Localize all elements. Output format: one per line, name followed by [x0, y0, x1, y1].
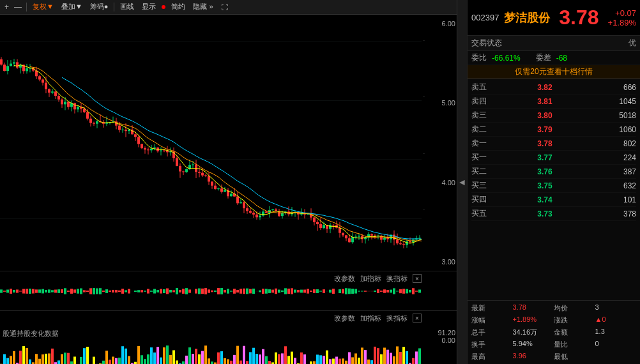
stat-zs-label: 总手	[471, 326, 513, 338]
buy4-vol: 101	[598, 195, 636, 204]
trade-status-val: 优	[629, 38, 636, 49]
toolbar-jianyue[interactable]: 简约	[168, 1, 188, 12]
toolbar-minus[interactable]: —	[12, 3, 24, 11]
toolbar: + — 复权▼ 叠加▼ 筹码● 画线 显示 简约 隐藏 » ⛶	[0, 0, 457, 15]
sell-row-4: 卖四 3.81 1045	[471, 95, 636, 109]
stat-zf-val: +1.89%	[513, 314, 554, 326]
weibiao-label: 委比	[471, 52, 487, 63]
weichao-label: 委差	[536, 52, 551, 63]
sell3-price: 3.80	[492, 111, 598, 120]
buy5-vol: 378	[598, 209, 636, 218]
bottom-panel: 股通持股变化数据 改参数 加指标 换指标 × 91.20 0.00	[0, 310, 457, 364]
stock-change: +0.07 +1.89%	[608, 8, 636, 27]
buy1-label: 买一	[471, 152, 492, 163]
toolbar-chouma[interactable]: 筹码●	[87, 1, 112, 12]
order-book: 卖五 3.82 666 卖四 3.81 1045 卖三 3.80 5018 卖二…	[468, 79, 640, 300]
bottom-panel-controls: 改参数 加指标 换指标 ×	[334, 314, 422, 323]
sell5-vol: 666	[598, 83, 636, 92]
sell3-label: 卖三	[471, 110, 492, 121]
buy4-label: 买四	[471, 194, 492, 205]
collapse-arrow[interactable]: ◄	[457, 0, 467, 364]
toolbar-fuzhi[interactable]: 复权▼	[29, 1, 57, 12]
sell5-label: 卖五	[471, 82, 492, 93]
buy-row-2: 买二 3.76 387	[471, 165, 636, 179]
buy3-price: 3.75	[492, 181, 598, 190]
sell5-price: 3.82	[492, 83, 598, 92]
divider-1	[26, 3, 27, 11]
bottom-add-indicator-btn[interactable]: 加指标	[360, 314, 381, 323]
sell4-vol: 1045	[598, 97, 636, 106]
bottom-change-indicator-btn[interactable]: 换指标	[386, 314, 408, 323]
panel-close-btn[interactable]: ×	[413, 274, 422, 283]
sell4-label: 卖四	[471, 96, 492, 107]
change-indicator-btn[interactable]: 换指标	[386, 274, 408, 284]
stat-je-val: 1.3	[595, 326, 637, 338]
sell-row-5: 卖五 3.82 666	[471, 80, 636, 95]
param-btn[interactable]: 改参数	[334, 274, 355, 284]
panel-controls: 改参数 加指标 换指标 ×	[334, 274, 422, 284]
stats-area: 最新 3.78 均价 3 涨幅 +1.89% 涨跌 ▲0 总手 34.16万 金…	[468, 300, 640, 364]
buy1-vol: 224	[598, 153, 636, 162]
toolbar-huaxian[interactable]: 画线	[117, 1, 137, 12]
buy1-price: 3.77	[492, 153, 598, 162]
price-4: 4.00	[427, 179, 455, 186]
sell2-vol: 1060	[598, 125, 636, 134]
stock-header: 002397 梦洁股份 3.78 +0.07 +1.89%	[468, 0, 640, 36]
sell3-vol: 5018	[598, 111, 636, 120]
right-panel: 002397 梦洁股份 3.78 +0.07 +1.89% 交易状态 优 委比 …	[467, 0, 640, 364]
sell1-label: 卖一	[471, 138, 492, 149]
main-chart[interactable]: 设置均线 ▼ * ** * * * **** ** * * *** * ** *…	[0, 15, 457, 271]
buy3-vol: 632	[598, 181, 636, 190]
bottom-val-1: 91.20	[438, 329, 455, 337]
toolbar-plus[interactable]: +	[3, 3, 11, 11]
stat-zf-label: 涨幅	[471, 314, 513, 326]
toolbar-fullscreen[interactable]: ⛶	[218, 3, 231, 11]
stat-zs-val: 34.16万	[513, 326, 554, 338]
stat-zg-val: 3.96	[513, 351, 554, 363]
stat-zd2-val	[595, 351, 637, 363]
stat-lb-label: 量比	[554, 338, 595, 351]
bottom-panel-title: 股通持股变化数据	[3, 329, 59, 338]
weibiao-row: 委比 -66.61% 委差 -68	[468, 51, 640, 65]
stock-price: 3.78	[559, 6, 598, 29]
sell-row-2: 卖二 3.79 1060	[471, 123, 636, 137]
promo-text: 仅需20元查看十档行情	[515, 66, 592, 77]
stat-junj-val: 3	[595, 302, 637, 314]
price-5: 5.00	[427, 99, 455, 107]
stat-zuixin-val: 3.78	[513, 302, 554, 314]
stat-zd-label: 涨跌	[554, 314, 595, 326]
toolbar-yincang[interactable]: 隐藏 »	[190, 1, 216, 12]
buy2-label: 买二	[471, 166, 492, 177]
sell-row-3: 卖三 3.80 5018	[471, 109, 636, 123]
price-3: 3.00	[427, 258, 455, 266]
stock-code: 002397	[471, 13, 499, 22]
bottom-right-labels: 91.20 0.00	[438, 329, 455, 344]
stat-zg-label: 最高	[471, 351, 513, 363]
toolbar-xianshi[interactable]: 显示	[139, 1, 159, 12]
stock-change-val: +0.07	[615, 8, 636, 18]
stat-hs-val: 5.94%	[513, 338, 554, 351]
add-indicator-btn[interactable]: 加指标	[360, 274, 381, 284]
stat-zuixin-label: 最新	[471, 302, 513, 314]
bottom-val-2: 0.00	[438, 337, 455, 344]
divider-2	[114, 3, 114, 11]
price-6: 6.00	[427, 20, 455, 27]
stat-hs-label: 换手	[471, 338, 513, 351]
weibiao-val: -66.61%	[492, 54, 521, 63]
toolbar-dot	[162, 5, 165, 9]
buy2-price: 3.76	[492, 167, 598, 176]
market-promo[interactable]: 仅需20元查看十档行情	[468, 65, 640, 79]
candlestick-canvas	[0, 15, 422, 271]
sell2-price: 3.79	[492, 125, 598, 134]
trade-status: 交易状态 优	[468, 36, 640, 51]
buy-row-1: 买一 3.77 224	[471, 151, 636, 165]
trade-status-label: 交易状态	[471, 38, 629, 49]
weichao-val: -68	[556, 54, 567, 63]
toolbar-diejia[interactable]: 叠加▼	[58, 1, 86, 12]
buy-row-4: 买四 3.74 101	[471, 193, 636, 207]
bottom-close-btn[interactable]: ×	[413, 314, 422, 322]
bottom-param-btn[interactable]: 改参数	[334, 314, 355, 323]
indicator-panel: 改参数 加指标 换指标 ×	[0, 271, 457, 310]
stat-zd-val: ▲0	[595, 314, 637, 326]
sell1-price: 3.78	[492, 139, 598, 148]
